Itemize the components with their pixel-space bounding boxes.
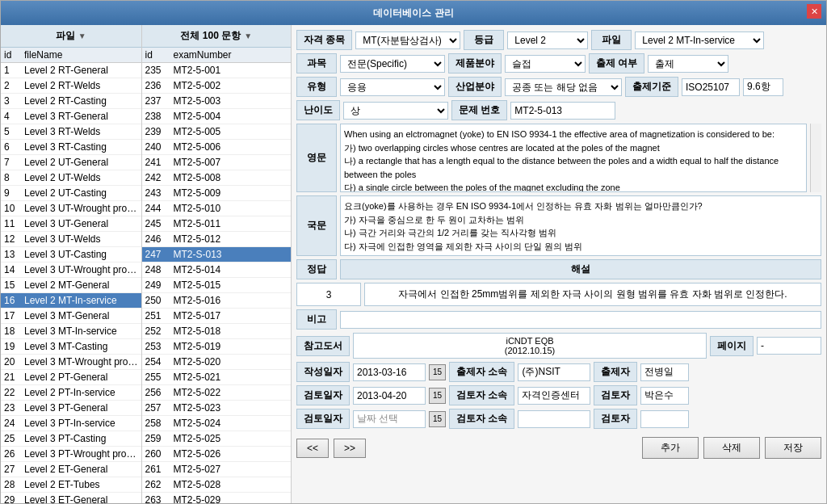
input-creator-date[interactable]	[353, 363, 426, 381]
file-list-item[interactable]: 12Level 3 UT-Welds	[1, 232, 141, 247]
exam-list-container[interactable]: id examNumber 235MT2-5-001236MT2-5-00223…	[142, 48, 291, 503]
reviewer2-calendar-btn[interactable]: 15	[429, 411, 446, 427]
select-type[interactable]: 응용	[340, 78, 445, 96]
input-creator-name[interactable]	[640, 363, 689, 381]
close-button[interactable]: ✕	[807, 4, 821, 19]
exam-list-item[interactable]: 240MT2-5-006	[142, 140, 291, 155]
textarea-korean[interactable]: 요크(yoke)를 사용하는 경우 EN ISO 9934-1에서 인정하는 유…	[340, 195, 821, 256]
exam-list-item[interactable]: 258MT2-5-024	[142, 416, 291, 431]
file-list-item[interactable]: 29Level 3 ET-General	[1, 493, 141, 504]
reviewer1-calendar-btn[interactable]: 15	[429, 388, 446, 404]
file-list-item[interactable]: 10Level 3 UT-Wrought product	[1, 201, 141, 216]
exam-list-item[interactable]: 243MT2-5-009	[142, 186, 291, 201]
reference-value[interactable]: iCNDT EQB (2012.10.15)	[353, 333, 707, 359]
exam-list-item[interactable]: 235MT2-5-001	[142, 63, 291, 78]
file-list-item[interactable]: 23Level 3 PT-General	[1, 401, 141, 416]
exam-list-item[interactable]: 239MT2-5-005	[142, 124, 291, 140]
file-list-item[interactable]: 17Level 3 MT-General	[1, 309, 141, 324]
file-list-item[interactable]: 28Level 2 ET-Tubes	[1, 477, 141, 493]
exam-list-item[interactable]: 257MT2-5-023	[142, 401, 291, 416]
file-panel-sort-btn[interactable]: ▼	[78, 32, 86, 40]
file-list-item[interactable]: 21Level 2 PT-General	[1, 370, 141, 385]
exam-list-item[interactable]: 236MT2-5-002	[142, 78, 291, 94]
file-list-item[interactable]: 9Level 2 UT-Casting	[1, 186, 141, 201]
input-question-no[interactable]	[510, 102, 615, 120]
file-list-item[interactable]: 11Level 3 UT-General	[1, 216, 141, 232]
exam-list-item[interactable]: 246MT2-5-012	[142, 232, 291, 247]
input-reviewer1-org[interactable]	[518, 387, 590, 405]
textarea-english[interactable]: When using an elctromagnet (yoke) to EN …	[340, 124, 807, 192]
file-list-item[interactable]: 3Level 2 RT-Casting	[1, 94, 141, 109]
next-button[interactable]: >>	[334, 439, 366, 458]
exam-list-item[interactable]: 249MT2-5-015	[142, 278, 291, 293]
input-page[interactable]	[757, 337, 821, 355]
exam-list-item[interactable]: 241MT2-5-007	[142, 155, 291, 170]
exam-list-item[interactable]: 260MT2-5-026	[142, 447, 291, 462]
exam-list-item[interactable]: 237MT2-5-003	[142, 94, 291, 109]
exam-list-item[interactable]: 242MT2-5-008	[142, 170, 291, 186]
exam-list-item[interactable]: 251MT2-5-017	[142, 309, 291, 324]
explanation-box[interactable]: 자극에서 인접한 25mm범위를 제외한 자극 사이의 원형 범위를 유효 자화…	[364, 283, 821, 306]
add-button[interactable]: 추가	[642, 437, 699, 459]
select-product[interactable]: 슬접	[505, 55, 586, 73]
file-list-item[interactable]: 25Level 3 PT-Casting	[1, 431, 141, 447]
file-list-item[interactable]: 7Level 2 UT-General	[1, 155, 141, 170]
select-release-yn[interactable]: 출제	[648, 55, 728, 73]
file-list-item[interactable]: 19Level 3 MT-Casting	[1, 339, 141, 355]
file-list-item[interactable]: 27Level 2 ET-General	[1, 462, 141, 477]
input-reviewer2-org[interactable]	[518, 410, 590, 428]
file-list-item[interactable]: 1Level 2 RT-General	[1, 63, 141, 78]
file-list-item[interactable]: 4Level 3 RT-General	[1, 109, 141, 124]
exam-panel-sort-btn[interactable]: ▼	[244, 32, 252, 40]
file-list-item[interactable]: 8Level 2 UT-Welds	[1, 170, 141, 186]
input-reviewer1-name[interactable]	[640, 387, 689, 405]
file-list-item[interactable]: 16Level 2 MT-In-service	[1, 293, 141, 309]
exam-list-item[interactable]: 252MT2-5-018	[142, 324, 291, 339]
save-button[interactable]: 저장	[765, 437, 821, 459]
select-file[interactable]: Level 2 MT-In-service	[635, 32, 764, 49]
exam-list-item[interactable]: 254MT2-5-020	[142, 355, 291, 370]
exam-list-item[interactable]: 245MT2-5-011	[142, 216, 291, 232]
select-subject[interactable]: 전문(Specific)	[340, 55, 445, 73]
select-grade[interactable]: Level 2	[507, 32, 588, 49]
label-product: 제품분야	[448, 53, 502, 74]
answer-value-box[interactable]: 3	[296, 283, 361, 306]
file-list-item[interactable]: 20Level 3 MT-Wrought product	[1, 355, 141, 370]
input-creator-org[interactable]	[518, 363, 590, 381]
exam-list-item[interactable]: 255MT2-5-021	[142, 370, 291, 385]
exam-list-item[interactable]: 253MT2-5-019	[142, 339, 291, 355]
input-reviewer2-name[interactable]	[640, 410, 689, 428]
prev-button[interactable]: <<	[296, 439, 329, 458]
input-reviewer1-date[interactable]	[353, 387, 426, 405]
exam-list-item[interactable]: 263MT2-5-029	[142, 493, 291, 504]
file-list-item[interactable]: 15Level 2 MT-General	[1, 278, 141, 293]
exam-list-item[interactable]: 250MT2-5-016	[142, 293, 291, 309]
file-list-item[interactable]: 22Level 2 PT-In-service	[1, 385, 141, 401]
exam-list-item[interactable]: 261MT2-5-027	[142, 462, 291, 477]
exam-list-item[interactable]: 262MT2-5-028	[142, 477, 291, 493]
input-release-criteria-1[interactable]	[682, 78, 740, 96]
exam-list-item[interactable]: 248MT2-5-014	[142, 262, 291, 278]
delete-button[interactable]: 삭제	[703, 437, 760, 459]
file-list-container[interactable]: id fileName 1Level 2 RT-General2Level 2 …	[1, 48, 141, 503]
exam-list-item[interactable]: 244MT2-5-010	[142, 201, 291, 216]
file-list-item[interactable]: 18Level 3 MT-In-service	[1, 324, 141, 339]
file-list-item[interactable]: 24Level 3 PT-In-service	[1, 416, 141, 431]
exam-list-item[interactable]: 259MT2-5-025	[142, 431, 291, 447]
input-release-criteria-2[interactable]	[743, 78, 783, 96]
creator-calendar-btn[interactable]: 15	[429, 364, 446, 380]
file-list-item[interactable]: 2Level 2 RT-Welds	[1, 78, 141, 94]
file-list-item[interactable]: 6Level 3 RT-Casting	[1, 140, 141, 155]
select-qualification[interactable]: MT(자분탐상검사)	[355, 32, 460, 49]
file-list-item[interactable]: 26Level 3 PT-Wrought product	[1, 447, 141, 462]
file-list-item[interactable]: 13Level 3 UT-Casting	[1, 247, 141, 262]
exam-list-item[interactable]: 238MT2-5-004	[142, 109, 291, 124]
select-industry[interactable]: 공종 또는 해당 없음	[505, 78, 622, 96]
exam-list-item[interactable]: 247MT2-S-013	[142, 247, 291, 262]
input-note[interactable]	[340, 311, 821, 329]
input-reviewer2-date[interactable]	[353, 410, 426, 428]
file-list-item[interactable]: 5Level 3 RT-Welds	[1, 124, 141, 140]
select-difficulty[interactable]: 상	[343, 102, 448, 120]
exam-list-item[interactable]: 256MT2-5-022	[142, 385, 291, 401]
file-list-item[interactable]: 14Level 3 UT-Wrought product	[1, 262, 141, 278]
